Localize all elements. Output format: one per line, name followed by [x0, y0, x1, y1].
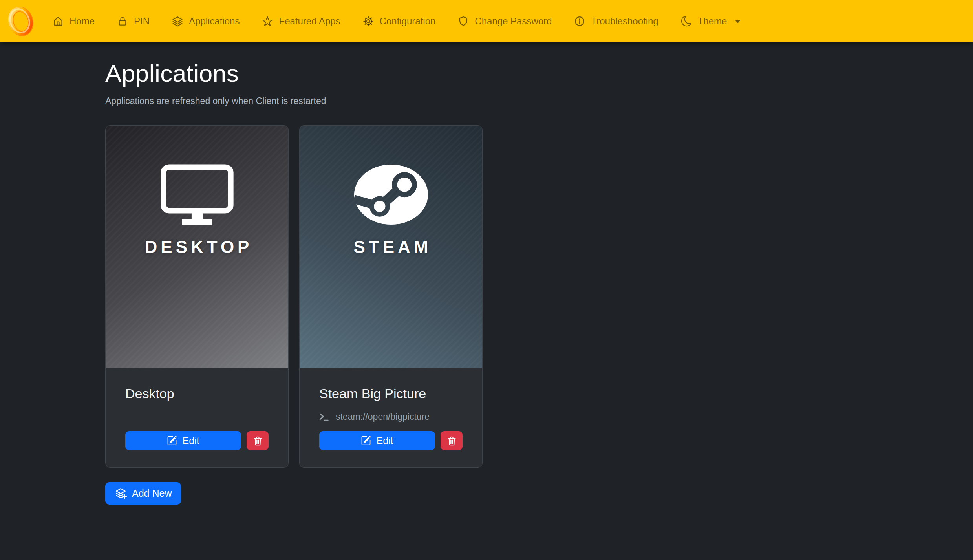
chevron-down-icon — [734, 19, 741, 24]
app-card-body: Desktop Edit — [106, 368, 288, 467]
nav-item-label: Applications — [189, 16, 240, 27]
page-subtitle: Applications are refreshed only when Cli… — [105, 96, 973, 106]
star-icon — [262, 16, 273, 27]
app-command-text: steam://open/bigpicture — [336, 412, 430, 422]
terminal-icon — [319, 413, 329, 421]
trash-icon — [446, 436, 457, 446]
nav-item-label: Configuration — [380, 16, 436, 27]
delete-button[interactable] — [247, 431, 269, 450]
trash-icon — [252, 436, 263, 446]
app-art-label: STEAM — [350, 237, 432, 257]
app-name: Steam Big Picture — [319, 386, 463, 401]
app-card-list: DESKTOP Desktop Edit — [105, 125, 973, 468]
nav-item-label: PIN — [134, 16, 150, 27]
navbar: Home PIN Applications Featured Apps Conf… — [0, 0, 973, 42]
nav-item-label: Change Password — [475, 16, 552, 27]
nav-item-label: Troubleshooting — [591, 16, 658, 27]
sunshine-logo[interactable] — [5, 4, 35, 38]
nav-item-applications[interactable]: Applications — [172, 16, 240, 27]
delete-button[interactable] — [441, 431, 463, 450]
edit-button-label: Edit — [376, 435, 393, 447]
info-circle-icon — [574, 16, 585, 27]
app-name: Desktop — [125, 386, 269, 401]
add-new-button[interactable]: Add New — [105, 482, 181, 505]
steam-icon — [352, 163, 430, 226]
nav-item-theme[interactable]: Theme — [681, 16, 742, 27]
edit-button-label: Edit — [182, 435, 199, 447]
nav-item-label: Home — [70, 16, 95, 27]
layers-plus-icon — [115, 487, 127, 500]
app-card-desktop: DESKTOP Desktop Edit — [105, 125, 289, 468]
lock-icon — [117, 16, 128, 27]
shield-icon — [458, 16, 469, 27]
nav-item-home[interactable]: Home — [53, 16, 95, 27]
app-card-steam: STEAM Steam Big Picture steam://open/big… — [299, 125, 483, 468]
app-art-desktop: DESKTOP — [106, 126, 288, 368]
add-new-button-label: Add New — [132, 488, 172, 499]
nav-item-troubleshooting[interactable]: Troubleshooting — [574, 16, 658, 27]
gear-icon — [363, 16, 374, 27]
nav-item-pin[interactable]: PIN — [117, 16, 150, 27]
sunshine-logo-icon — [5, 4, 35, 38]
app-art-label: DESKTOP — [141, 237, 253, 257]
edit-button[interactable]: Edit — [125, 431, 241, 450]
nav-item-label: Featured Apps — [279, 16, 340, 27]
house-icon — [53, 16, 64, 27]
app-command: steam://open/bigpicture — [319, 412, 463, 422]
nav-item-label: Theme — [698, 16, 727, 27]
nav-item-configuration[interactable]: Configuration — [363, 16, 436, 27]
pencil-square-icon — [167, 436, 177, 446]
moon-icon — [681, 16, 692, 27]
app-art-steam: STEAM — [300, 126, 482, 368]
applications-page: Applications Applications are refreshed … — [0, 42, 973, 505]
app-card-body: Steam Big Picture steam://open/bigpictur… — [300, 368, 482, 467]
layers-icon — [172, 16, 183, 27]
nav-item-featured-apps[interactable]: Featured Apps — [262, 16, 340, 27]
nav-item-change-password[interactable]: Change Password — [458, 16, 552, 27]
monitor-icon — [158, 164, 236, 226]
page-title: Applications — [105, 59, 973, 87]
edit-button[interactable]: Edit — [319, 431, 435, 450]
nav-menu: Home PIN Applications Featured Apps Conf… — [53, 16, 741, 27]
pencil-square-icon — [361, 436, 371, 446]
